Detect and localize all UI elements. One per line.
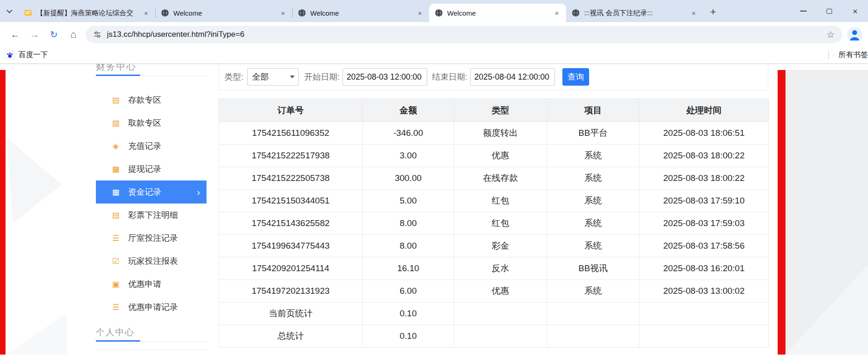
sidebar-section-finance: 财务中心 <box>96 64 207 73</box>
bookmarks-divider <box>828 51 829 60</box>
tab-welcome-2[interactable]: Welcome × <box>292 4 429 22</box>
section-underline <box>96 74 207 76</box>
cell-type: 反水 <box>454 257 547 280</box>
cell-type: 额度转出 <box>454 122 547 145</box>
type-label: 类型: <box>224 71 243 82</box>
deposit-icon: ▤ <box>111 95 121 105</box>
sidebar-item-label: 取款专区 <box>128 117 161 128</box>
close-window-button[interactable]: × <box>842 0 868 22</box>
profile-avatar[interactable] <box>847 27 862 42</box>
tab-welcome-1[interactable]: Welcome × <box>155 4 292 22</box>
table-row: 1754199634775443 8.00 彩金 系统 2025-08-03 1… <box>219 235 769 257</box>
chevron-right-icon: › <box>197 187 200 197</box>
start-date-input[interactable] <box>342 68 427 86</box>
home-button[interactable]: ⌂ <box>64 25 83 44</box>
table-row: 1754209201254114 16.10 反水 BB视讯 2025-08-0… <box>219 257 769 280</box>
summary-label: 总统计 <box>219 325 363 348</box>
back-button[interactable]: ← <box>6 25 25 44</box>
cell-amount: 3.00 <box>363 145 454 167</box>
table-header-row: 订单号 金额 类型 项目 处理时间 <box>219 99 769 122</box>
tab-forum[interactable]: 【新提醒】海燕策略论坛综合交 × <box>18 4 155 22</box>
sidebar-item-player-bet-report[interactable]: ☑ 玩家投注报表 <box>96 250 207 273</box>
bookmark-star-icon[interactable]: ☆ <box>827 29 835 40</box>
sidebar-item-label: 厅室投注记录 <box>128 233 178 244</box>
cell-order-id: 1754215222505738 <box>219 167 363 190</box>
sidebar-item-promo-apply-record[interactable]: ☰ 优惠申请记录 <box>96 296 207 319</box>
end-date-input[interactable] <box>470 68 555 86</box>
maximize-button[interactable] <box>816 0 842 22</box>
sidebar-item-withdrawal-record[interactable]: ▩ 提现记录 <box>96 157 207 180</box>
minimize-button[interactable] <box>791 0 816 22</box>
summary-row-total: 总统计 0.10 <box>219 325 769 348</box>
cell-order-id: 1754215222517938 <box>219 145 363 167</box>
cell-project: 系统 <box>547 190 639 212</box>
close-icon[interactable]: × <box>689 8 698 17</box>
sidebar-item-withdraw[interactable]: ▨ 取款专区 <box>96 111 207 134</box>
table-row: 1754197202131923 6.00 优惠 系统 2025-08-03 1… <box>219 280 769 303</box>
cell-order-id: 1754215150344051 <box>219 190 363 212</box>
player-bet-report-icon: ☑ <box>111 256 121 266</box>
cell-time: 2025-08-03 18:00:22 <box>639 167 769 190</box>
chevron-down-icon <box>6 7 12 13</box>
header-order-id: 订单号 <box>219 99 363 122</box>
close-icon[interactable]: × <box>278 8 288 17</box>
sidebar-item-label: 优惠申请 <box>128 279 161 290</box>
decorative-triangle <box>6 138 62 223</box>
new-tab-button[interactable]: + <box>705 4 721 20</box>
promo-apply-icon: ▣ <box>111 279 121 289</box>
sidebar-item-recharge-record[interactable]: ◈ 充值记录 <box>96 134 207 157</box>
address-bar[interactable]: js13.cc/hhcp/usercenter.html?iniType=6 ☆ <box>86 26 842 43</box>
sidebar-item-label: 存款专区 <box>128 94 161 105</box>
sidebar-section-personal: 个人中心 <box>96 326 207 338</box>
cell-project: 系统 <box>547 167 639 190</box>
forward-button[interactable]: → <box>25 25 44 44</box>
sidebar-item-promo-apply[interactable]: ▣ 优惠申请 <box>96 273 207 296</box>
funds-record-icon: ▦ <box>111 187 121 197</box>
cell-type: 优惠 <box>454 145 547 167</box>
type-select: 全部 <box>247 68 299 86</box>
right-gray-background <box>785 70 868 355</box>
empty-cell <box>454 325 547 348</box>
cell-time: 2025-08-03 18:00:22 <box>639 145 769 167</box>
sidebar-item-hall-bet-record[interactable]: ☰ 厅室投注记录 <box>96 227 207 250</box>
tab-search-button[interactable] <box>0 0 18 22</box>
maximize-icon <box>827 9 832 14</box>
reload-button[interactable]: ↻ <box>44 25 64 44</box>
start-date-label: 开始日期: <box>304 71 340 82</box>
site-settings-tune-icon[interactable] <box>93 30 101 39</box>
empty-cell <box>454 303 547 325</box>
sidebar-item-deposit[interactable]: ▤ 存款专区 <box>96 88 207 111</box>
empty-cell <box>547 325 639 348</box>
query-button[interactable]: 查询 <box>562 68 589 86</box>
close-icon[interactable]: × <box>552 8 561 17</box>
header-time: 处理时间 <box>639 99 769 122</box>
cell-order-id: 1754209201254114 <box>219 257 363 280</box>
main-content: 类型: 全部 开始日期: 结束日期: 查询 订单号 金额 类型 <box>218 64 768 348</box>
bookmarks-bar: 百度一下 所有书签 <box>0 47 868 64</box>
sidebar-item-funds-record[interactable]: ▦ 资金记录 › <box>96 180 207 204</box>
tab-video-records[interactable]: :::视讯 会员下注纪录::: × <box>566 4 703 22</box>
sidebar-menu: ▤ 存款专区 ▨ 取款专区 ◈ 充值记录 ▩ 提现记录 ▦ 资金记录 › ▤ <box>96 88 207 319</box>
sidebar: 财务中心 ▤ 存款专区 ▨ 取款专区 ◈ 充值记录 ▩ 提现记录 ▦ 资金记录 <box>96 64 207 355</box>
cell-type: 在线存款 <box>454 167 547 190</box>
url-text[interactable]: js13.cc/hhcp/usercenter.html?iniType=6 <box>107 30 827 39</box>
records-table: 订单号 金额 类型 项目 处理时间 1754215611096352 -346.… <box>218 99 769 348</box>
close-icon[interactable]: × <box>142 8 151 17</box>
recharge-record-icon: ◈ <box>111 141 121 151</box>
close-icon[interactable]: × <box>415 8 425 17</box>
type-select-control[interactable]: 全部 <box>247 68 299 86</box>
tab-title: :::视讯 会员下注纪录::: <box>584 9 685 17</box>
empty-cell <box>547 303 639 325</box>
tab-title: Welcome <box>173 9 274 17</box>
table-row: 1754215611096352 -346.00 额度转出 BB平台 2025-… <box>219 122 769 145</box>
tab-strip: 【新提醒】海燕策略论坛综合交 × Welcome × Welcome × Wel… <box>0 0 868 22</box>
cell-amount: 6.00 <box>363 280 454 303</box>
tab-welcome-active[interactable]: Welcome × <box>429 4 566 22</box>
all-bookmarks[interactable]: 所有书签 <box>822 47 868 64</box>
right-red-stripe <box>778 70 785 355</box>
bookmark-baidu[interactable]: 百度一下 <box>6 50 48 60</box>
cell-type: 红包 <box>454 212 547 235</box>
sidebar-item-lottery-bet-detail[interactable]: ▤ 彩票下注明细 <box>96 204 207 227</box>
lottery-bet-detail-icon: ▤ <box>111 210 121 220</box>
summary-amount: 0.10 <box>363 303 454 325</box>
